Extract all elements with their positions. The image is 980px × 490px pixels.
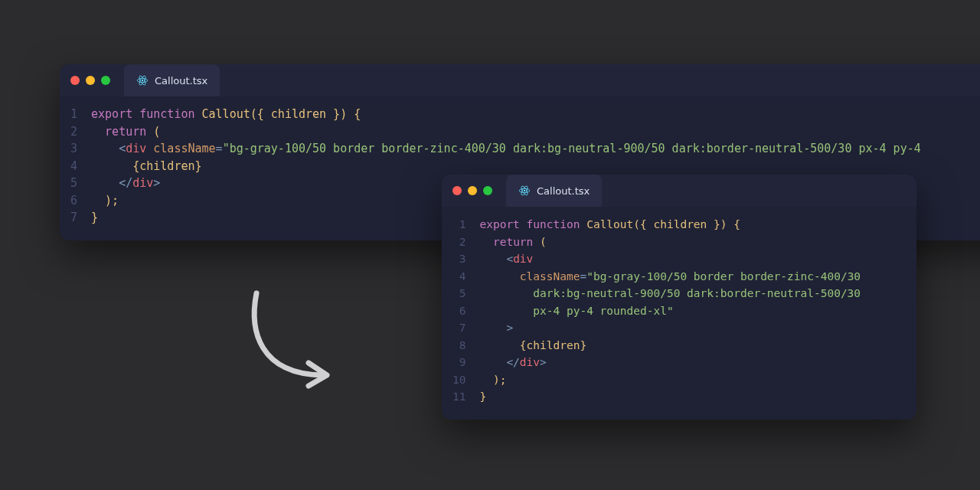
punct: ) [340, 107, 347, 121]
tag-name: div [126, 142, 146, 155]
tag-name: div [513, 253, 533, 265]
tab-callout[interactable]: Callout.tsx [506, 175, 602, 207]
line-number: 2 [452, 234, 466, 251]
brace: { [347, 107, 361, 121]
punct: = [580, 270, 586, 283]
code-line: dark:bg-neutral-900/50 dark:border-neutr… [479, 285, 861, 302]
code-line: ); [479, 371, 861, 389]
line-number: 6 [70, 192, 77, 210]
tag-name: div [132, 176, 153, 190]
code-line: > [479, 319, 861, 337]
line-number: 3 [452, 250, 466, 268]
brace: } [91, 211, 98, 224]
svg-point-4 [524, 190, 525, 191]
punct: ); [105, 194, 119, 207]
code-line: px-4 py-4 rounded-xl" [479, 302, 861, 320]
code-line: } [479, 388, 861, 406]
tag-bracket: </ [506, 356, 519, 368]
tag-bracket: < [506, 253, 513, 265]
code-line: <div className="bg-gray-100/50 border bo… [91, 140, 921, 158]
line-number: 7 [70, 209, 77, 227]
line-number: 1 [452, 216, 466, 234]
code-line: className="bg-gray-100/50 border border-… [479, 268, 861, 286]
punct: ); [493, 374, 506, 386]
punct: ( [533, 236, 546, 248]
line-number: 2 [70, 123, 77, 141]
window-controls [70, 76, 110, 85]
line-number: 11 [452, 388, 466, 406]
close-icon[interactable] [70, 76, 80, 85]
code-content[interactable]: export function Callout({ children }) { … [479, 216, 876, 406]
tag-bracket: < [119, 142, 126, 155]
brace: } [580, 339, 586, 351]
react-icon [136, 74, 149, 87]
brace: { [640, 218, 653, 230]
tag-bracket: > [153, 176, 160, 190]
code-line: return ( [91, 123, 921, 141]
string: px-4 py-4 rounded-xl" [533, 305, 673, 317]
punct: ( [250, 107, 257, 121]
line-number: 4 [70, 158, 77, 175]
tab-filename: Callout.tsx [537, 185, 590, 197]
maximize-icon[interactable] [101, 76, 110, 85]
arrow-icon [234, 289, 348, 397]
tag-bracket: > [540, 356, 547, 368]
tag-name: div [520, 356, 540, 368]
line-number: 8 [452, 337, 466, 354]
function-name: Callout [586, 218, 633, 230]
keyword: function [527, 218, 580, 230]
editor-window-after: Callout.tsx 1 2 3 4 5 6 7 8 9 10 11 expo… [442, 175, 916, 420]
brace: { [257, 107, 271, 121]
tab-callout[interactable]: Callout.tsx [124, 64, 220, 96]
line-gutter: 1 2 3 4 5 6 7 [60, 106, 91, 227]
maximize-icon[interactable] [483, 186, 492, 195]
param: children [271, 107, 326, 121]
punct: ) [720, 218, 727, 230]
line-number: 1 [70, 106, 77, 123]
line-number: 7 [452, 319, 466, 337]
identifier: children [139, 159, 194, 173]
identifier: children [527, 339, 580, 351]
keyword: return [493, 236, 533, 248]
brace: } [326, 107, 340, 121]
keyword: export [479, 218, 519, 230]
line-number: 4 [452, 268, 466, 286]
brace: { [132, 159, 139, 173]
punct: = [216, 142, 223, 155]
code-area: 1 2 3 4 5 6 7 8 9 10 11 export function … [442, 207, 916, 420]
close-icon[interactable] [452, 186, 462, 195]
minimize-icon[interactable] [468, 186, 477, 195]
code-line: </div> [479, 354, 861, 371]
code-line: {children} [91, 158, 921, 175]
react-icon [518, 185, 531, 197]
brace: } [195, 159, 202, 173]
brace: } [479, 390, 486, 403]
tag-bracket: > [506, 322, 513, 334]
line-number: 10 [452, 371, 466, 389]
string: "bg-gray-100/50 border border-zinc-400/3… [586, 270, 861, 283]
titlebar: Callout.tsx [442, 175, 916, 207]
titlebar: Callout.tsx [60, 64, 980, 96]
keyword: return [105, 125, 146, 139]
line-number: 5 [452, 285, 466, 302]
punct: ( [633, 218, 640, 230]
space [146, 142, 153, 155]
line-number: 9 [452, 354, 466, 371]
line-number: 6 [452, 302, 466, 320]
attr-name: className [153, 142, 215, 155]
minimize-icon[interactable] [86, 76, 95, 85]
brace: { [727, 218, 740, 230]
keyword: function [139, 107, 194, 121]
svg-point-0 [142, 80, 143, 81]
code-line: {children} [479, 337, 861, 354]
string: dark:bg-neutral-900/50 dark:border-neutr… [533, 287, 861, 299]
code-line: export function Callout({ children }) { [91, 106, 921, 123]
tab-filename: Callout.tsx [155, 75, 207, 87]
param: children [653, 218, 707, 230]
line-number: 5 [70, 175, 77, 192]
brace: { [520, 339, 527, 351]
keyword: export [91, 107, 132, 121]
line-number: 3 [70, 140, 77, 158]
punct: ( [146, 125, 160, 139]
line-gutter: 1 2 3 4 5 6 7 8 9 10 11 [442, 216, 479, 406]
